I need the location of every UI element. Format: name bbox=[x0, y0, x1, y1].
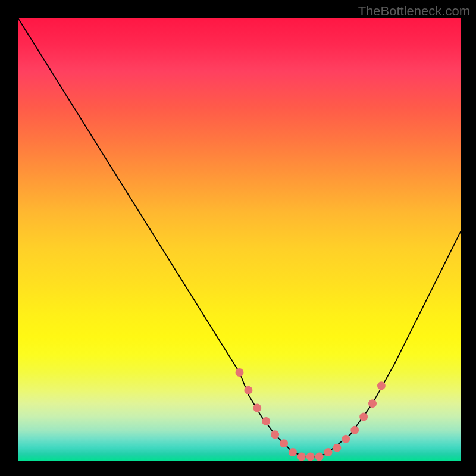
marker-point bbox=[306, 453, 315, 461]
plot-area bbox=[18, 18, 461, 461]
chart-svg bbox=[18, 18, 461, 461]
marker-point bbox=[271, 430, 279, 439]
marker-point bbox=[324, 448, 333, 456]
marker-point bbox=[262, 417, 270, 425]
bottleneck-curve bbox=[18, 18, 461, 457]
marker-point bbox=[333, 444, 341, 452]
watermark-text: TheBottleneck.com bbox=[358, 4, 470, 19]
marker-point bbox=[350, 426, 359, 434]
marker-point bbox=[368, 399, 377, 408]
marker-point bbox=[253, 404, 261, 412]
marker-point bbox=[280, 439, 288, 447]
marker-point bbox=[236, 368, 244, 377]
marker-point bbox=[342, 435, 350, 443]
marker-point bbox=[377, 381, 386, 390]
marker-point bbox=[298, 453, 306, 461]
marker-point bbox=[315, 453, 324, 461]
marker-point bbox=[359, 413, 368, 421]
marker-point bbox=[244, 386, 252, 394]
highlight-markers bbox=[236, 368, 386, 461]
marker-point bbox=[289, 448, 297, 456]
